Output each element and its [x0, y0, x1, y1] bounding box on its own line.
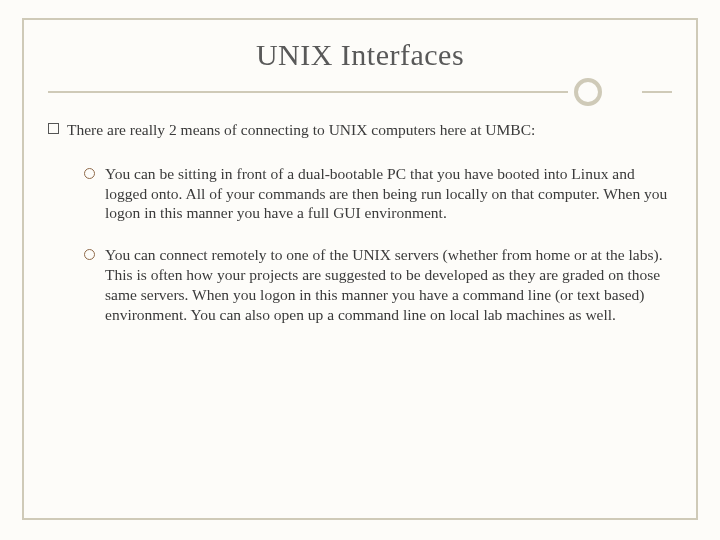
list-item-text: You can connect remotely to one of the U… [105, 245, 672, 324]
divider-line-right [642, 91, 672, 93]
slide-title: UNIX Interfaces [48, 38, 672, 72]
list-item: You can connect remotely to one of the U… [84, 245, 672, 324]
title-divider [48, 78, 672, 106]
circle-bullet-icon [84, 168, 95, 179]
title-wrap: UNIX Interfaces [48, 38, 672, 72]
divider-circle-icon [574, 78, 602, 106]
intro-text: There are really 2 means of connecting t… [67, 120, 672, 140]
list-item-text: You can be sitting in front of a dual-bo… [105, 164, 672, 223]
intro-row: There are really 2 means of connecting t… [48, 120, 672, 140]
slide-content: There are really 2 means of connecting t… [48, 120, 672, 325]
square-bullet-icon [48, 123, 59, 134]
sub-list: You can be sitting in front of a dual-bo… [48, 164, 672, 325]
slide-frame: UNIX Interfaces There are really 2 means… [22, 18, 698, 520]
circle-bullet-icon [84, 249, 95, 260]
list-item: You can be sitting in front of a dual-bo… [84, 164, 672, 223]
divider-line-left [48, 91, 568, 93]
slide-container: UNIX Interfaces There are really 2 means… [0, 0, 720, 540]
